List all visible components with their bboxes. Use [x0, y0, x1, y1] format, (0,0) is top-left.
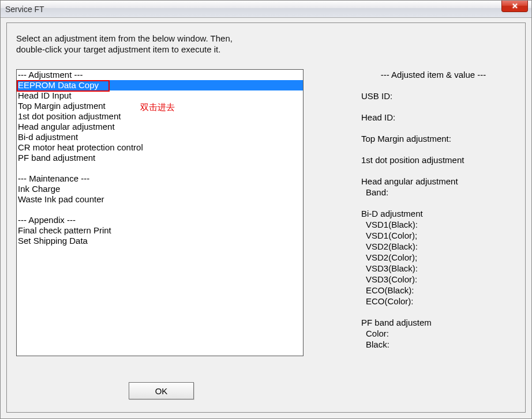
list-item[interactable]: CR motor heat protection control — [17, 142, 303, 153]
list-item[interactable]: --- Maintenance --- — [17, 173, 303, 184]
info-title: --- Adjusted item & value --- — [361, 69, 505, 80]
instruction-line2: double-click your target adjustment item… — [16, 44, 220, 54]
list-item[interactable]: Head angular adjustment — [17, 122, 303, 132]
list-item[interactable] — [17, 163, 303, 173]
info-pf-block: PF band adjustem Color: Black: — [361, 317, 505, 350]
window-title: Service FT — [5, 5, 44, 14]
content-row: --- Adjustment ---EEPROM Data CopyHead I… — [16, 69, 516, 360]
info-band: Band: — [366, 187, 505, 198]
info-bid-block: Bi-D adjustment VSD1(Black): VSD1(Color)… — [361, 208, 505, 307]
list-item[interactable]: --- Appendix --- — [17, 215, 303, 225]
instruction-line1: Select an adjustment item from the below… — [16, 33, 233, 43]
info-head-id: Head ID: — [361, 112, 505, 123]
info-vsd3-color: VSD3(Color): — [366, 274, 505, 285]
close-icon: ✕ — [512, 2, 518, 10]
info-eco-color: ECO(Color): — [366, 296, 505, 307]
titlebar: Service FT ✕ — [1, 1, 531, 18]
list-item[interactable] — [17, 205, 303, 215]
list-item[interactable]: EEPROM Data Copy — [17, 80, 303, 90]
list-item[interactable]: Bi-d adjustment — [17, 132, 303, 142]
annotation-text: 双击进去 — [140, 102, 175, 113]
info-pf-black: Black: — [366, 339, 505, 350]
info-vsd2-black: VSD2(Black): — [366, 241, 505, 252]
info-head-angular-block: Head angular adjustment Band: — [361, 176, 505, 198]
list-item[interactable]: --- Adjustment --- — [17, 70, 303, 80]
list-item[interactable]: Final check pattern Print — [17, 225, 303, 236]
info-head-angular-label: Head angular adjustment — [361, 176, 505, 187]
info-usb-id: USB ID: — [361, 90, 505, 101]
info-eco-black: ECO(Black): — [366, 285, 505, 296]
info-top-margin: Top Margin adjustment: — [361, 133, 505, 144]
close-button[interactable]: ✕ — [501, 1, 528, 12]
info-vsd1-black: VSD1(Black): — [366, 219, 505, 230]
info-pf-label: PF band adjustem — [361, 317, 505, 328]
adjusted-values-panel: --- Adjusted item & value --- USB ID: He… — [361, 69, 505, 360]
info-vsd3-black: VSD3(Black): — [366, 263, 505, 274]
list-item[interactable]: Head ID Input — [17, 90, 303, 101]
info-vsd2-color: VSD2(Color); — [366, 252, 505, 263]
list-item[interactable]: Set Shipping Data — [17, 236, 303, 246]
instruction-text: Select an adjustment item from the below… — [16, 33, 516, 55]
service-ft-window: Service FT ✕ Select an adjustment item f… — [0, 0, 532, 419]
list-item[interactable]: PF band adjustment — [17, 153, 303, 163]
ok-button[interactable]: OK — [129, 382, 194, 399]
list-item[interactable]: Waste Ink pad counter — [17, 194, 303, 205]
content-pane: Select an adjustment item from the below… — [6, 22, 526, 413]
titlebar-controls: ✕ — [501, 1, 531, 17]
list-item[interactable]: Ink Charge — [17, 184, 303, 194]
info-first-dot: 1st dot position adjustment — [361, 154, 505, 165]
info-bid-label: Bi-D adjustment — [361, 208, 505, 219]
info-pf-color: Color: — [366, 328, 505, 339]
info-vsd1-color: VSD1(Color); — [366, 230, 505, 241]
